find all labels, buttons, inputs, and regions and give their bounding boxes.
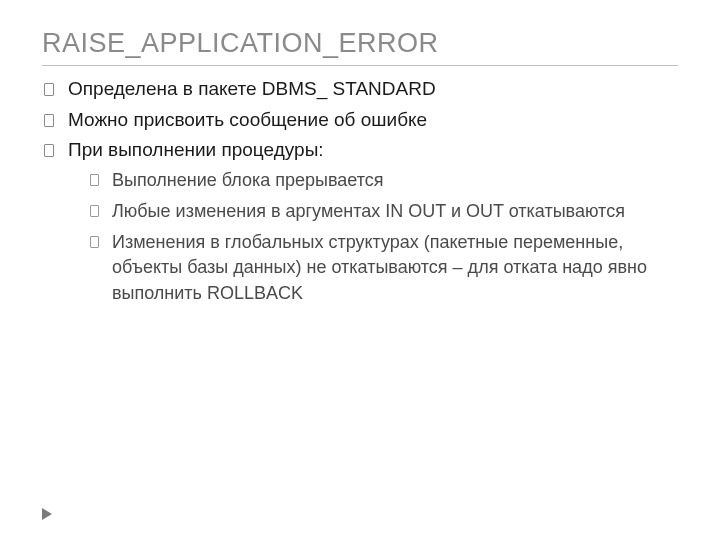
list-item: При выполнении процедуры: Выполнение бло… xyxy=(42,137,678,306)
list-item: Определена в пакете DBMS_ STANDARD xyxy=(42,76,678,103)
list-item: Можно присвоить сообщение об ошибке xyxy=(42,107,678,134)
list-item: Изменения в глобальных структурах (пакет… xyxy=(88,230,678,306)
content-area: Определена в пакете DBMS_ STANDARD Можно… xyxy=(42,72,678,306)
list-item: Выполнение блока прерывается xyxy=(88,168,678,193)
list-item-label: При выполнении процедуры: xyxy=(68,139,324,160)
bullet-list-level-2: Выполнение блока прерывается Любые измен… xyxy=(68,168,678,306)
slide-title: RAISE_APPLICATION_ERROR xyxy=(42,28,678,66)
bullet-list-level-1: Определена в пакете DBMS_ STANDARD Можно… xyxy=(42,76,678,306)
play-arrow-icon xyxy=(42,508,52,520)
list-item: Любые изменения в аргументах IN OUT и OU… xyxy=(88,199,678,224)
